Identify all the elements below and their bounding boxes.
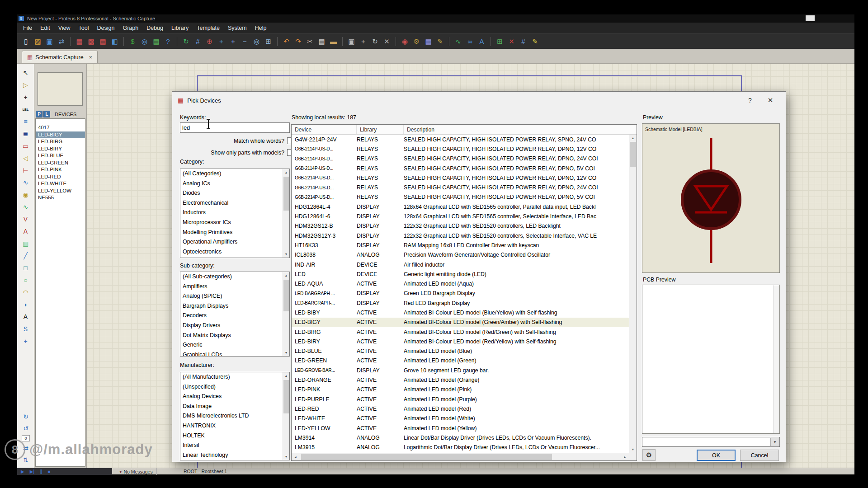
- toggle-grid-icon[interactable]: #: [193, 36, 203, 47]
- scroll-up-icon[interactable]: ▲: [283, 169, 289, 176]
- scroll-track[interactable]: [629, 141, 637, 446]
- new-page-icon[interactable]: ▤: [151, 36, 161, 47]
- result-row[interactable]: LED-YELLOWACTIVEAnimated LED model (Yell…: [292, 423, 629, 433]
- menu-help[interactable]: Help: [251, 23, 271, 33]
- design-explorer-icon[interactable]: ◎: [139, 36, 150, 47]
- new-project-icon[interactable]: ▯: [21, 36, 31, 47]
- settings-button[interactable]: ⚙: [642, 449, 656, 461]
- import-project-icon[interactable]: ⇄: [56, 36, 66, 47]
- design-doctor-icon[interactable]: ✎: [530, 36, 540, 47]
- pcb-layout-module-icon[interactable]: ▩: [86, 36, 96, 47]
- result-row[interactable]: LED-BARGRAPH-...DISPLAYRed LED Bargraph …: [292, 298, 629, 308]
- stop-button[interactable]: ■: [47, 469, 50, 474]
- list-option[interactable]: Data Image: [180, 402, 283, 412]
- list-option[interactable]: HOLTEK: [180, 431, 283, 441]
- packaging-tool-icon[interactable]: ▦: [423, 36, 434, 47]
- scroll-track[interactable]: [283, 176, 289, 251]
- gerber-viewer-module-icon[interactable]: ▤: [98, 36, 108, 47]
- current-probe-mode-icon[interactable]: A: [20, 226, 31, 236]
- virtual-instruments-mode-icon[interactable]: ▥: [20, 239, 31, 249]
- device-list[interactable]: 4017LED-BIGYLED-BIRGLED-BIRYLED-BLUELED-…: [35, 118, 85, 467]
- scroll-right-icon[interactable]: ►: [621, 453, 629, 460]
- redo-icon[interactable]: ↷: [293, 36, 303, 47]
- tape-recorder-mode-icon[interactable]: ◉: [20, 190, 31, 200]
- rotate-anticlockwise-icon[interactable]: ↺: [20, 423, 31, 433]
- result-row[interactable]: G6B-2214P-US-D...RELAYSSEALED HIGH CAPAC…: [292, 192, 629, 202]
- device-list-item[interactable]: LED-WHITE: [36, 180, 85, 188]
- results-header[interactable]: Device Library Description: [292, 125, 637, 135]
- result-row[interactable]: LED-PURPLEACTIVEAnimated LED model (Purp…: [292, 394, 629, 404]
- scroll-track[interactable]: [283, 379, 289, 453]
- column-library[interactable]: Library: [357, 125, 404, 134]
- subcircuit-mode-icon[interactable]: ▭: [20, 141, 31, 151]
- list-option[interactable]: (All Categories): [180, 169, 283, 179]
- result-row[interactable]: G6B-2214P-US-D...RELAYSSEALED HIGH CAPAC…: [292, 173, 629, 183]
- device-list-item[interactable]: LED-BLUE: [36, 152, 85, 160]
- pcb-preview-scrollbar[interactable]: [773, 285, 779, 433]
- property-assignment-icon[interactable]: A: [476, 36, 487, 47]
- menu-tool[interactable]: Tool: [75, 23, 93, 33]
- result-row[interactable]: LM3914ANALOGLinear Dot/Bar Display Drive…: [292, 433, 629, 442]
- scroll-thumb[interactable]: [283, 280, 289, 311]
- menu-library[interactable]: Library: [167, 23, 193, 33]
- list-option[interactable]: Intersil: [180, 441, 283, 450]
- results-horizontal-scrollbar[interactable]: ◄ ►: [292, 453, 629, 460]
- make-device-icon[interactable]: ⚙: [411, 36, 422, 47]
- step-button[interactable]: ▶|: [30, 469, 34, 474]
- list-option[interactable]: Analog (SPICE): [180, 291, 283, 301]
- scroll-left-icon[interactable]: ◄: [292, 453, 299, 460]
- result-row[interactable]: LED-WHITEACTIVEAnimated LED model (White…: [292, 414, 629, 423]
- list-option[interactable]: Graphical LCDs: [180, 350, 283, 356]
- device-list-item[interactable]: 4017: [36, 124, 85, 131]
- cut-icon[interactable]: ✂: [305, 36, 315, 47]
- block-delete-icon[interactable]: ✕: [382, 36, 392, 47]
- scroll-down-icon[interactable]: ▼: [629, 446, 637, 453]
- device-list-item[interactable]: LED-BIRG: [36, 138, 85, 145]
- graph-mode-icon[interactable]: ∿: [20, 178, 31, 188]
- schematic-capture-module-icon[interactable]: ▦: [74, 36, 85, 47]
- ok-button[interactable]: OK: [697, 450, 736, 461]
- dialog-help-button[interactable]: ?: [743, 95, 757, 106]
- dropdown-arrow-icon[interactable]: ▼: [770, 438, 779, 446]
- selection-mode-icon[interactable]: ↖: [20, 68, 31, 78]
- save-project-icon[interactable]: ▣: [44, 36, 55, 47]
- manufacturer-scrollbar[interactable]: ▲ ▼: [283, 372, 289, 460]
- result-row[interactable]: LED-REDACTIVEAnimated LED model (Red): [292, 404, 629, 413]
- result-row[interactable]: LM3915ANALOGLogarithmic Dot/Bar Display …: [292, 443, 629, 452]
- list-option[interactable]: Linear Technology: [180, 450, 283, 460]
- result-row[interactable]: LED-BARGRAPH-...DISPLAYGreen LED Bargrap…: [292, 289, 629, 298]
- result-row[interactable]: HDM32GS12Y-3DISPLAY122x32 Graphical LCD …: [292, 231, 629, 240]
- result-row[interactable]: LED-BIRGACTIVEAnimated BI-Colour LED mod…: [292, 327, 629, 337]
- result-row[interactable]: LED-GREENACTIVEAnimated LED model (Green…: [292, 356, 629, 366]
- device-list-item[interactable]: LED-BIRY: [36, 145, 85, 153]
- result-row[interactable]: G6B-2114P-US-D...RELAYSSEALED HIGH CAPAC…: [292, 154, 629, 164]
- device-list-item[interactable]: LED-YELLOW: [36, 188, 85, 195]
- menu-template[interactable]: Template: [193, 23, 224, 33]
- zoom-out-icon[interactable]: −: [240, 36, 250, 47]
- zoom-all-icon[interactable]: ◎: [251, 36, 262, 47]
- false-origin-icon[interactable]: ⊕: [204, 36, 215, 47]
- scroll-thumb[interactable]: [630, 142, 636, 167]
- new-sheet-icon[interactable]: ⊞: [495, 36, 505, 47]
- undo-icon[interactable]: ↶: [281, 36, 292, 47]
- footprint-dropdown[interactable]: ▼: [642, 437, 780, 447]
- window-control[interactable]: [806, 15, 815, 21]
- decompose-icon[interactable]: ✎: [435, 36, 445, 47]
- result-row[interactable]: G6B-2114P-US-D...RELAYSSEALED HIGH CAPAC…: [292, 144, 629, 154]
- list-option[interactable]: Optoelectronics: [180, 247, 283, 257]
- scroll-track[interactable]: [299, 453, 621, 460]
- goto-sheet-icon[interactable]: #: [518, 36, 528, 47]
- result-row[interactable]: HDM32GS12-BDISPLAY122x32 Graphical LCD w…: [292, 221, 629, 231]
- scroll-up-icon[interactable]: ▲: [283, 372, 289, 379]
- redraw-icon[interactable]: ↻: [181, 36, 191, 47]
- 2d-path-mode-icon[interactable]: ◗: [20, 300, 31, 310]
- list-option[interactable]: (Unspecified): [180, 382, 283, 392]
- subcategory-scrollbar[interactable]: ▲ ▼: [283, 272, 289, 356]
- device-pins-mode-icon[interactable]: ⊢: [20, 165, 31, 175]
- menu-debug[interactable]: Debug: [142, 23, 167, 33]
- column-description[interactable]: Description: [404, 125, 637, 134]
- 2d-box-mode-icon[interactable]: □: [20, 263, 31, 273]
- list-option[interactable]: Analog ICs: [180, 179, 283, 189]
- scroll-thumb[interactable]: [301, 454, 552, 460]
- list-option[interactable]: Electromechanical: [180, 198, 283, 208]
